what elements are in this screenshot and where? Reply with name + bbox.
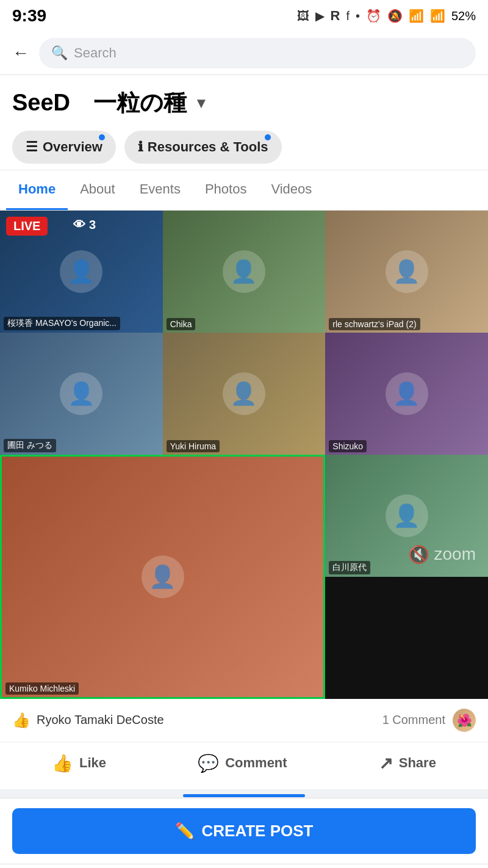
tab-pill-resources[interactable]: ℹ Resources & Tools [124,131,282,164]
participant-bg-4: 👤 [0,333,163,455]
participant-avatar-8: 👤 [386,494,428,537]
like-button[interactable]: 👍 Like [40,747,118,779]
like-icon: 👍 [52,753,73,773]
status-bar: 9:39 🖼 ▶ R f • ⏰ 🔕 📶 📶 52% [0,0,488,32]
participant-label-8: 白川原代 [329,561,370,574]
tab-pill-overview-label: Overview [43,139,102,155]
live-video-grid[interactable]: 👤 LIVE 👁 3 桜瑛香 MASAYO's Organic... 👤 Chi… [0,211,488,699]
facebook-icon: f [346,9,350,23]
status-time: 9:39 [12,6,46,26]
nav-tab-events[interactable]: Events [127,170,193,210]
mute-icon: 🔕 [387,9,403,23]
nav-tab-videos-label: Videos [271,181,312,197]
share-icon: ↗ [379,753,393,773]
participant-bg-2: 👤 [163,211,326,333]
video-cell-5: 👤 Yuki Hiruma [163,333,326,455]
reactions-row: 👍 Ryoko Tamaki DeCoste 1 Comment 🌺 [0,699,488,742]
participant-avatar-6: 👤 [386,372,428,415]
participant-avatar-2: 👤 [223,250,265,293]
speaker-muted-icon: 🔇 [408,544,429,565]
r-icon: R [331,8,340,24]
participant-bg-5: 👤 [163,333,326,455]
search-icon: 🔍 [51,45,68,61]
nav-tabs: Home About Events Photos Videos [0,170,488,211]
create-post-label: CREATE POST [202,822,314,841]
video-cell-6: 👤 Shizuko [325,333,488,455]
nav-tab-home-label: Home [18,181,56,197]
nav-tab-home[interactable]: Home [6,170,68,210]
create-post-icon: ✏️ [175,822,195,841]
participant-avatar-7: 👤 [142,555,184,598]
comment-icon: 💬 [198,753,219,773]
viewer-count: 👁 3 [73,218,96,232]
like-label: Like [79,755,106,771]
reaction-left: 👍 Ryoko Tamaki DeCoste [12,712,164,729]
participant-avatar-3: 👤 [386,250,428,293]
participant-label-3: rle schwartz's iPad (2) [329,318,420,330]
nav-tab-photos-label: Photos [205,181,247,197]
share-button[interactable]: ↗ Share [367,747,448,779]
zoom-text: zoom [434,544,476,564]
video-cell-2: 👤 Chika [163,211,326,333]
nav-tab-videos[interactable]: Videos [259,170,324,210]
comment-label: Comment [225,755,287,771]
group-name-text: SeeD 一粒の種 [12,87,187,118]
group-header: SeeD 一粒の種 ▼ [0,75,488,125]
nav-tab-photos[interactable]: Photos [193,170,259,210]
video-cell-3: 👤 rle schwartz's iPad (2) [325,211,488,333]
live-badge: LIVE [6,217,48,236]
search-placeholder: Search [74,45,117,61]
participant-label-4: 圃田 みつる [4,439,56,452]
commenter-avatar: 🌺 [453,709,476,732]
wifi-icon: 📶 [409,9,424,23]
participant-avatar-1: 👤 [60,250,102,293]
scroll-bar [183,794,305,797]
nav-tab-about-label: About [80,181,115,197]
participant-label-5: Yuki Hiruma [167,440,220,452]
back-button[interactable]: ← [12,43,29,63]
overview-icon: ☰ [26,139,38,155]
zoom-logo: 🔇 zoom [408,544,476,565]
reactor-name: Ryoko Tamaki DeCoste [37,713,164,727]
participant-bg-7: 👤 [2,457,323,697]
tab-pill-overview[interactable]: ☰ Overview [12,131,116,164]
participant-avatar-5: 👤 [223,372,265,415]
alarm-icon: ⏰ [366,9,381,23]
pill-tabs-row: ☰ Overview ℹ Resources & Tools [0,125,488,170]
youtube-icon: ▶ [315,9,325,23]
eye-icon: 👁 [73,218,85,232]
resources-icon: ℹ [138,139,143,155]
comment-button[interactable]: 💬 Comment [185,747,299,779]
comment-info: 1 Comment 🌺 [382,709,476,732]
status-icons: 🖼 ▶ R f • ⏰ 🔕 📶 📶 52% [297,8,476,24]
share-label: Share [399,755,436,771]
dropdown-arrow-icon[interactable]: ▼ [194,95,209,112]
participant-label-7: Kumiko Michleski [5,682,79,695]
bottom-nav: ◀ ● ■ [0,864,488,868]
participant-label-2: Chika [167,318,196,330]
participant-bg-6: 👤 [325,333,488,455]
create-post-bar: ✏️ CREATE POST [0,798,488,864]
participant-label-6: Shizuko [329,440,367,452]
search-input-wrapper[interactable]: 🔍 Search [39,38,476,68]
video-cell-1: 👤 LIVE 👁 3 桜瑛香 MASAYO's Organic... [0,211,163,333]
overview-dot [99,134,105,140]
search-bar: ← 🔍 Search [0,32,488,75]
action-row: 👍 Like 💬 Comment ↗ Share [0,742,488,794]
nav-tab-about[interactable]: About [68,170,127,210]
comment-count: 1 Comment [382,713,445,727]
nav-tab-events-label: Events [140,181,181,197]
participant-label-1: 桜瑛香 MASAYO's Organic... [4,317,120,330]
dot-icon: • [356,9,360,23]
video-cell-4: 👤 圃田 みつる [0,333,163,455]
create-post-button[interactable]: ✏️ CREATE POST [12,808,476,854]
group-name: SeeD 一粒の種 ▼ [12,87,476,118]
photo-icon: 🖼 [297,9,309,23]
video-cell-7: 👤 Kumiko Michleski [0,455,325,699]
signal-icon: 📶 [430,9,445,23]
like-thumb-icon: 👍 [12,712,30,729]
video-cell-8: 👤 白川原代 🔇 zoom [325,455,488,577]
participant-bg-3: 👤 [325,211,488,333]
battery-indicator: 52% [451,9,476,23]
viewer-count-number: 3 [89,218,96,232]
